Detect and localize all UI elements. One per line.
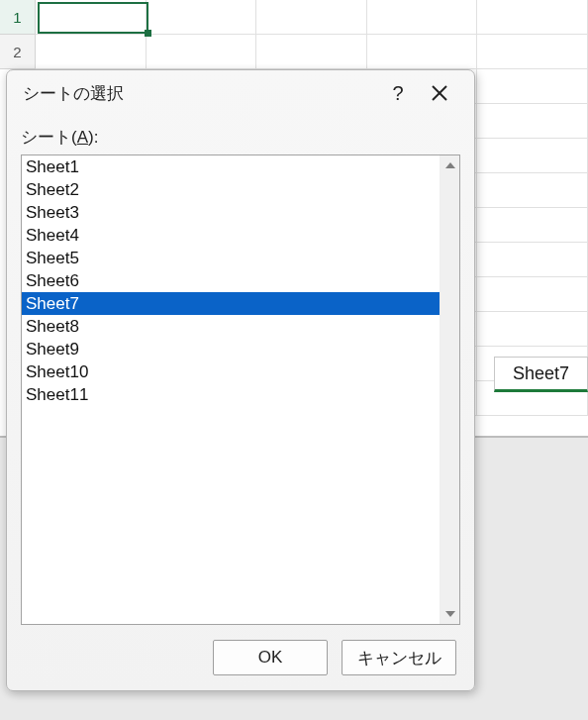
dialog-button-row: OK キャンセル <box>7 625 474 690</box>
fill-handle[interactable] <box>145 30 151 37</box>
ok-button[interactable]: OK <box>213 640 328 675</box>
cancel-button[interactable]: キャンセル <box>342 640 456 675</box>
list-item[interactable]: Sheet5 <box>22 247 440 269</box>
list-item[interactable]: Sheet4 <box>22 224 440 247</box>
list-item[interactable]: Sheet1 <box>22 155 440 178</box>
chevron-down-icon <box>445 611 455 617</box>
list-item[interactable]: Sheet10 <box>22 360 440 383</box>
dialog-titlebar: シートの選択 ? <box>7 70 474 116</box>
row-headers: 1 2 <box>0 0 36 69</box>
row-header[interactable]: 1 <box>0 0 36 35</box>
sheet-tab-label: Sheet7 <box>513 363 569 384</box>
row-header[interactable]: 2 <box>0 35 36 69</box>
list-item[interactable]: Sheet2 <box>22 178 440 201</box>
help-icon: ? <box>392 82 403 105</box>
chevron-up-icon <box>445 162 455 168</box>
list-item[interactable]: Sheet9 <box>22 338 440 360</box>
scroll-up-button[interactable] <box>441 155 460 175</box>
close-button[interactable] <box>419 72 460 114</box>
list-item[interactable]: Sheet11 <box>22 383 440 406</box>
list-label: シート(A): <box>21 126 460 149</box>
help-button[interactable]: ? <box>377 72 419 114</box>
list-item[interactable]: Sheet3 <box>22 201 440 224</box>
sheet-listbox[interactable]: Sheet1Sheet2Sheet3Sheet4Sheet5Sheet6Shee… <box>22 155 440 624</box>
list-item[interactable]: Sheet8 <box>22 315 440 338</box>
dialog-title: シートの選択 <box>23 82 377 105</box>
list-item[interactable]: Sheet6 <box>22 269 440 292</box>
sheet-tab-active[interactable]: Sheet7 <box>494 357 588 392</box>
list-item[interactable]: Sheet7 <box>22 292 440 315</box>
scrollbar[interactable] <box>440 155 459 624</box>
close-icon <box>431 84 448 102</box>
sheet-listbox-wrap: Sheet1Sheet2Sheet3Sheet4Sheet5Sheet6Shee… <box>21 154 460 625</box>
sheet-select-dialog: シートの選択 ? シート(A): Sheet1Sheet2Sheet3Sheet… <box>6 69 475 691</box>
scroll-down-button[interactable] <box>441 604 460 624</box>
